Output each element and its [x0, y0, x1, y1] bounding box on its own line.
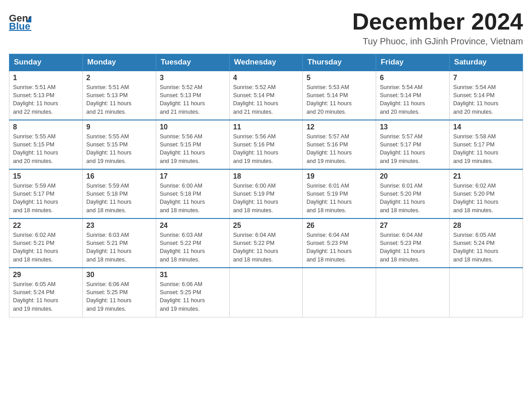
- calendar-cell: 10Sunrise: 5:56 AMSunset: 5:15 PMDayligh…: [156, 120, 229, 169]
- day-number: 12: [306, 123, 372, 131]
- day-number: 23: [86, 222, 152, 230]
- calendar-cell: 20Sunrise: 6:01 AMSunset: 5:20 PMDayligh…: [376, 169, 450, 218]
- day-number: 5: [306, 74, 372, 82]
- calendar-cell: 6Sunrise: 5:54 AMSunset: 5:14 PMDaylight…: [376, 71, 450, 120]
- day-number: 28: [453, 222, 519, 230]
- day-number: 3: [160, 74, 226, 82]
- day-number: 8: [13, 123, 79, 131]
- logo-icon: General Blue: [9, 9, 31, 31]
- calendar-cell: 28Sunrise: 6:05 AMSunset: 5:24 PMDayligh…: [450, 218, 523, 268]
- calendar-table: SundayMondayTuesdayWednesdayThursdayFrid…: [9, 54, 523, 317]
- day-info: Sunrise: 6:02 AMSunset: 5:21 PMDaylight:…: [13, 231, 79, 264]
- calendar-cell: [450, 268, 523, 317]
- week-row-1: 1Sunrise: 5:51 AMSunset: 5:13 PMDaylight…: [9, 71, 523, 120]
- calendar-cell: 16Sunrise: 5:59 AMSunset: 5:18 PMDayligh…: [82, 169, 156, 218]
- day-number: 21: [453, 172, 519, 180]
- day-number: 15: [13, 172, 79, 180]
- day-info: Sunrise: 6:00 AMSunset: 5:19 PMDaylight:…: [233, 182, 299, 214]
- day-info: Sunrise: 5:57 AMSunset: 5:17 PMDaylight:…: [380, 133, 446, 165]
- calendar-cell: [229, 268, 303, 317]
- day-info: Sunrise: 5:58 AMSunset: 5:17 PMDaylight:…: [453, 133, 519, 165]
- calendar-cell: 24Sunrise: 6:03 AMSunset: 5:22 PMDayligh…: [156, 218, 229, 268]
- day-info: Sunrise: 5:54 AMSunset: 5:14 PMDaylight:…: [453, 83, 519, 116]
- calendar-cell: 19Sunrise: 6:01 AMSunset: 5:19 PMDayligh…: [303, 169, 376, 218]
- weekday-header-monday: Monday: [82, 54, 156, 71]
- week-row-5: 29Sunrise: 6:05 AMSunset: 5:24 PMDayligh…: [9, 268, 523, 317]
- calendar-cell: 26Sunrise: 6:04 AMSunset: 5:23 PMDayligh…: [303, 218, 376, 268]
- weekday-header-row: SundayMondayTuesdayWednesdayThursdayFrid…: [9, 54, 523, 71]
- day-number: 6: [380, 74, 446, 82]
- day-info: Sunrise: 5:57 AMSunset: 5:16 PMDaylight:…: [306, 133, 372, 165]
- calendar-cell: 23Sunrise: 6:03 AMSunset: 5:21 PMDayligh…: [82, 218, 156, 268]
- calendar-cell: 15Sunrise: 5:59 AMSunset: 5:17 PMDayligh…: [9, 169, 83, 218]
- day-info: Sunrise: 6:05 AMSunset: 5:24 PMDaylight:…: [13, 280, 79, 313]
- calendar-cell: [376, 268, 450, 317]
- day-info: Sunrise: 6:04 AMSunset: 5:23 PMDaylight:…: [380, 231, 446, 264]
- day-info: Sunrise: 5:51 AMSunset: 5:13 PMDaylight:…: [13, 83, 79, 116]
- logo: General Blue: [9, 9, 31, 31]
- calendar-cell: 1Sunrise: 5:51 AMSunset: 5:13 PMDaylight…: [9, 71, 83, 120]
- calendar-cell: 2Sunrise: 5:51 AMSunset: 5:13 PMDaylight…: [82, 71, 156, 120]
- calendar-cell: [303, 268, 376, 317]
- day-number: 24: [160, 222, 226, 230]
- day-info: Sunrise: 6:04 AMSunset: 5:23 PMDaylight:…: [306, 231, 372, 264]
- calendar-cell: 21Sunrise: 6:02 AMSunset: 5:20 PMDayligh…: [450, 169, 523, 218]
- weekday-header-thursday: Thursday: [303, 54, 376, 71]
- day-number: 1: [13, 74, 79, 82]
- day-number: 22: [13, 222, 79, 230]
- calendar-cell: 7Sunrise: 5:54 AMSunset: 5:14 PMDaylight…: [450, 71, 523, 120]
- calendar-cell: 8Sunrise: 5:55 AMSunset: 5:15 PMDaylight…: [9, 120, 83, 169]
- day-number: 9: [86, 123, 152, 131]
- day-number: 26: [306, 222, 372, 230]
- calendar-cell: 29Sunrise: 6:05 AMSunset: 5:24 PMDayligh…: [9, 268, 83, 317]
- day-number: 19: [306, 172, 372, 180]
- day-info: Sunrise: 6:01 AMSunset: 5:20 PMDaylight:…: [380, 182, 446, 214]
- day-number: 14: [453, 123, 519, 131]
- day-number: 10: [160, 123, 226, 131]
- day-number: 2: [86, 74, 152, 82]
- day-info: Sunrise: 6:03 AMSunset: 5:22 PMDaylight:…: [160, 231, 226, 264]
- day-info: Sunrise: 5:59 AMSunset: 5:18 PMDaylight:…: [86, 182, 152, 214]
- weekday-header-wednesday: Wednesday: [229, 54, 303, 71]
- day-number: 25: [233, 222, 299, 230]
- weekday-header-tuesday: Tuesday: [156, 54, 229, 71]
- day-info: Sunrise: 6:03 AMSunset: 5:21 PMDaylight:…: [86, 231, 152, 264]
- calendar-cell: 14Sunrise: 5:58 AMSunset: 5:17 PMDayligh…: [450, 120, 523, 169]
- day-info: Sunrise: 6:06 AMSunset: 5:25 PMDaylight:…: [160, 280, 226, 313]
- page-header: General Blue December 2024 Tuy Phuoc, in…: [9, 9, 523, 47]
- day-number: 17: [160, 172, 226, 180]
- day-number: 7: [453, 74, 519, 82]
- day-number: 29: [13, 271, 79, 279]
- day-info: Sunrise: 6:04 AMSunset: 5:22 PMDaylight:…: [233, 231, 299, 264]
- day-number: 4: [233, 74, 299, 82]
- week-row-4: 22Sunrise: 6:02 AMSunset: 5:21 PMDayligh…: [9, 218, 523, 268]
- day-info: Sunrise: 5:53 AMSunset: 5:14 PMDaylight:…: [306, 83, 372, 116]
- location-subtitle: Tuy Phuoc, inh GJinh Province, Vietnam: [352, 36, 523, 47]
- day-info: Sunrise: 5:59 AMSunset: 5:17 PMDaylight:…: [13, 182, 79, 214]
- day-info: Sunrise: 5:55 AMSunset: 5:15 PMDaylight:…: [86, 133, 152, 165]
- calendar-cell: 18Sunrise: 6:00 AMSunset: 5:19 PMDayligh…: [229, 169, 303, 218]
- day-info: Sunrise: 5:52 AMSunset: 5:14 PMDaylight:…: [233, 83, 299, 116]
- day-info: Sunrise: 6:01 AMSunset: 5:19 PMDaylight:…: [306, 182, 372, 214]
- calendar-cell: 17Sunrise: 6:00 AMSunset: 5:18 PMDayligh…: [156, 169, 229, 218]
- calendar-cell: 9Sunrise: 5:55 AMSunset: 5:15 PMDaylight…: [82, 120, 156, 169]
- day-number: 16: [86, 172, 152, 180]
- weekday-header-saturday: Saturday: [450, 54, 523, 71]
- day-info: Sunrise: 5:51 AMSunset: 5:13 PMDaylight:…: [86, 83, 152, 116]
- svg-text:Blue: Blue: [9, 21, 30, 31]
- calendar-cell: 25Sunrise: 6:04 AMSunset: 5:22 PMDayligh…: [229, 218, 303, 268]
- calendar-cell: 13Sunrise: 5:57 AMSunset: 5:17 PMDayligh…: [376, 120, 450, 169]
- calendar-cell: 4Sunrise: 5:52 AMSunset: 5:14 PMDaylight…: [229, 71, 303, 120]
- day-number: 11: [233, 123, 299, 131]
- day-number: 20: [380, 172, 446, 180]
- day-number: 18: [233, 172, 299, 180]
- day-info: Sunrise: 6:00 AMSunset: 5:18 PMDaylight:…: [160, 182, 226, 214]
- month-title: December 2024: [352, 9, 523, 34]
- day-number: 30: [86, 271, 152, 279]
- day-info: Sunrise: 6:06 AMSunset: 5:25 PMDaylight:…: [86, 280, 152, 313]
- calendar-cell: 12Sunrise: 5:57 AMSunset: 5:16 PMDayligh…: [303, 120, 376, 169]
- calendar-cell: 22Sunrise: 6:02 AMSunset: 5:21 PMDayligh…: [9, 218, 83, 268]
- calendar-cell: 30Sunrise: 6:06 AMSunset: 5:25 PMDayligh…: [82, 268, 156, 317]
- day-info: Sunrise: 6:02 AMSunset: 5:20 PMDaylight:…: [453, 182, 519, 214]
- day-info: Sunrise: 6:05 AMSunset: 5:24 PMDaylight:…: [453, 231, 519, 264]
